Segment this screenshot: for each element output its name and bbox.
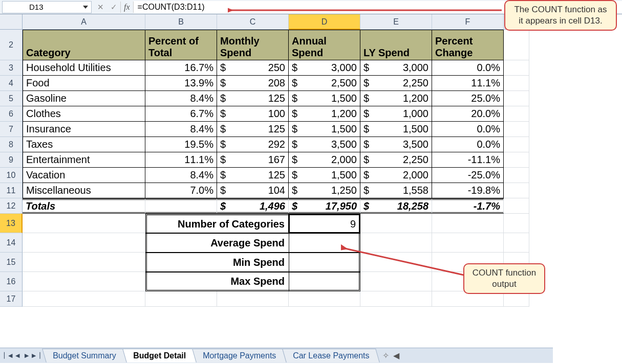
cell-monthly[interactable]: $104 [217, 183, 289, 198]
cell-change[interactable]: -19.8% [432, 183, 504, 198]
row-header-9[interactable]: 9 [0, 152, 23, 168]
cell-category[interactable]: Clothes [23, 106, 145, 122]
cell-annual[interactable]: $1,500 [289, 122, 360, 137]
cell-change[interactable]: 11.1% [432, 76, 504, 91]
cell-G5[interactable] [504, 91, 529, 106]
totals-annual[interactable]: $17,950 [289, 198, 360, 214]
cell-annual[interactable]: $3,000 [289, 60, 360, 76]
stats-value[interactable] [289, 272, 360, 291]
select-all-corner[interactable] [0, 14, 23, 30]
cell-change[interactable]: 0.0% [432, 122, 504, 137]
totals-change[interactable]: -1.7% [432, 198, 504, 214]
cell-change[interactable]: -11.1% [432, 152, 504, 168]
cell-pct[interactable]: 13.9% [145, 76, 217, 91]
cell-pct[interactable]: 7.0% [145, 183, 217, 198]
tab-nav-prev-icon[interactable]: ◀ [13, 351, 22, 360]
row-header-2[interactable]: 2 [0, 30, 23, 60]
fx-icon[interactable]: fx [120, 2, 134, 13]
cell-change[interactable]: 0.0% [432, 60, 504, 76]
cell-G7[interactable] [504, 122, 529, 137]
cell-monthly[interactable]: $125 [217, 122, 289, 137]
cell-E13[interactable] [360, 214, 432, 233]
cell-category[interactable]: Entertainment [23, 152, 145, 168]
cell-monthly[interactable]: $167 [217, 152, 289, 168]
header-annual-spend[interactable]: Annual Spend [289, 30, 360, 60]
cell-ly[interactable]: $3,000 [360, 60, 432, 76]
cell-G3[interactable] [504, 60, 529, 76]
cell-category[interactable]: Gasoline [23, 91, 145, 106]
stats-label[interactable]: Min Spend [145, 253, 289, 272]
cell-F14[interactable] [432, 233, 504, 253]
tab-nav-last-icon[interactable]: ▶▕ [32, 351, 40, 360]
tab-nav-next-icon[interactable]: ▶ [23, 351, 31, 360]
cell-category[interactable]: Household Utilities [23, 60, 145, 76]
row-header-3[interactable]: 3 [0, 60, 23, 76]
cell-G2[interactable] [504, 30, 529, 60]
col-header-A[interactable]: A [23, 14, 145, 30]
cell-G14[interactable] [504, 233, 529, 253]
cell-annual[interactable]: $1,500 [289, 168, 360, 183]
sheet-tab[interactable]: Budget Summary [42, 349, 126, 362]
cell-category[interactable]: Food [23, 76, 145, 91]
cell-E14[interactable] [360, 233, 432, 253]
cell-category[interactable]: Vacation [23, 168, 145, 183]
cell-monthly[interactable]: $292 [217, 137, 289, 152]
sheet-tab[interactable]: Car Lease Payments [282, 349, 380, 362]
sheet-tab[interactable]: Budget Detail [122, 349, 197, 362]
cell-G11[interactable] [504, 183, 529, 198]
row-header-17[interactable]: 17 [0, 291, 23, 307]
totals-pct[interactable] [145, 198, 217, 214]
cell-category[interactable]: Miscellaneous [23, 183, 145, 198]
cell-G13[interactable] [504, 214, 529, 233]
cell-monthly[interactable]: $125 [217, 168, 289, 183]
cell-pct[interactable]: 8.4% [145, 122, 217, 137]
header-percent-change[interactable]: Percent Change [432, 30, 504, 60]
stats-value[interactable] [289, 253, 360, 272]
row-header-16[interactable]: 16 [0, 272, 23, 291]
cell-annual[interactable]: $2,000 [289, 152, 360, 168]
cell-monthly[interactable]: $100 [217, 106, 289, 122]
tab-nav-first-icon[interactable]: ▏◀ [4, 351, 12, 360]
cell-annual[interactable]: $3,500 [289, 137, 360, 152]
cell-change[interactable]: 25.0% [432, 91, 504, 106]
header-ly-spend[interactable]: LY Spend [360, 30, 432, 60]
cell-D17[interactable] [289, 291, 360, 307]
cell-G10[interactable] [504, 168, 529, 183]
cell-ly[interactable]: $2,250 [360, 152, 432, 168]
stats-label[interactable]: Average Spend [145, 233, 289, 253]
cell-A15[interactable] [23, 253, 145, 272]
cell-C17[interactable] [217, 291, 289, 307]
cell-E17[interactable] [360, 291, 432, 307]
cell-E16[interactable] [360, 272, 432, 291]
cell-B17[interactable] [145, 291, 217, 307]
row-header-8[interactable]: 8 [0, 137, 23, 152]
cell-E15[interactable] [360, 253, 432, 272]
cell-A17[interactable] [23, 291, 145, 307]
cell-category[interactable]: Taxes [23, 137, 145, 152]
cell-change[interactable]: 20.0% [432, 106, 504, 122]
row-header-7[interactable]: 7 [0, 122, 23, 137]
tab-insert-icon[interactable]: ✧ [382, 351, 389, 360]
stats-label[interactable]: Max Spend [145, 272, 289, 291]
cell-monthly[interactable]: $250 [217, 60, 289, 76]
header-monthly-spend[interactable]: Monthly Spend [217, 30, 289, 60]
cell-G9[interactable] [504, 152, 529, 168]
totals-monthly[interactable]: $1,496 [217, 198, 289, 214]
stats-value[interactable]: 9 [289, 214, 360, 233]
cell-monthly[interactable]: $125 [217, 91, 289, 106]
cell-G8[interactable] [504, 137, 529, 152]
row-header-11[interactable]: 11 [0, 183, 23, 198]
cell-ly[interactable]: $1,558 [360, 183, 432, 198]
cell-annual[interactable]: $2,500 [289, 76, 360, 91]
cell-pct[interactable]: 16.7% [145, 60, 217, 76]
cell-F13[interactable] [432, 214, 504, 233]
cell-category[interactable]: Insurance [23, 122, 145, 137]
row-header-4[interactable]: 4 [0, 76, 23, 91]
cell-change[interactable]: -25.0% [432, 168, 504, 183]
stats-value[interactable] [289, 233, 360, 253]
totals-ly[interactable]: $18,258 [360, 198, 432, 214]
cell-A14[interactable] [23, 233, 145, 253]
cell-ly[interactable]: $1,200 [360, 91, 432, 106]
row-header-10[interactable]: 10 [0, 168, 23, 183]
header-percent-total[interactable]: Percent of Total [145, 30, 217, 60]
